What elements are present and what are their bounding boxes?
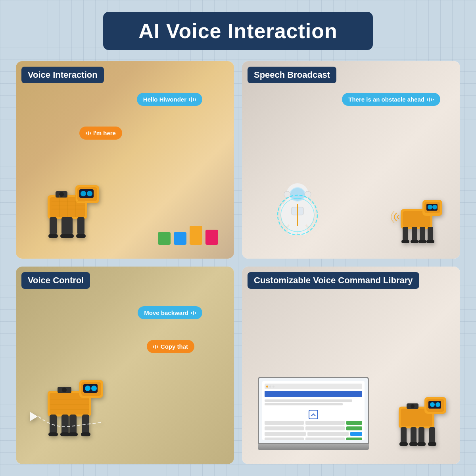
bubble-hello: Hello Hiwonder [137,93,202,106]
svg-rect-61 [69,415,77,434]
laptop-mockup [258,377,369,456]
svg-rect-44 [403,227,408,241]
screen-row-2 [265,426,362,430]
feature-grid: Voice Interaction [16,61,460,464]
cell-11 [305,438,345,440]
cell-10 [265,438,304,440]
svg-point-16 [59,192,64,197]
tab-dot-1 [266,386,268,388]
speech-broadcast-card: Speech Broadcast [242,61,460,259]
tab-dot-2 [269,386,271,388]
screen-header [265,384,362,389]
svg-rect-85 [409,442,418,446]
sound-wave-icon-5 [153,345,158,349]
customizable-card: Customizable Voice Command Library [242,267,460,464]
bubble-im-here: I'm here [79,127,122,140]
svg-rect-82 [418,427,424,444]
astronaut-svg [274,179,321,235]
upload-icon [309,410,318,419]
svg-rect-60 [61,415,69,434]
astronaut-figure [274,179,321,235]
bubble-copy-that: Copy that [147,340,194,353]
cell-1 [265,421,304,425]
card-label-speech-broadcast: Speech Broadcast [248,67,336,83]
svg-rect-84 [399,442,408,446]
card-label-voice-control: Voice Control [21,272,90,289]
svg-rect-80 [401,427,407,444]
svg-rect-14 [76,234,86,238]
card-background-2: Speech Broadcast [242,61,460,259]
svg-rect-10 [77,217,84,235]
card-label-voice-interaction: Voice Interaction [21,67,104,83]
robot-dog-1 [24,167,111,247]
card-background-4: Customizable Voice Command Library [242,267,460,464]
svg-rect-46 [420,227,425,241]
svg-rect-87 [428,442,436,446]
svg-point-27 [284,191,290,198]
svg-rect-83 [429,427,435,444]
voice-control-card: Voice Control [16,267,234,464]
sound-wave-icon-3 [427,98,434,102]
cell-3 [346,421,362,425]
cell-6 [346,426,362,430]
bubble-obstacle: There is an obstacle ahead [342,93,440,106]
svg-rect-47 [428,227,433,241]
voice-interaction-card: Voice Interaction [16,61,234,259]
screen-text-1 [265,399,352,402]
title-banner: AI Voice Interaction [103,12,373,50]
svg-rect-48 [401,240,409,243]
svg-point-5 [81,191,86,196]
cell-7 [265,432,306,436]
cell-2 [305,421,345,425]
svg-point-79 [436,402,440,407]
sound-wave-icon [189,97,196,102]
page-title: AI Voice Interaction [138,19,338,42]
svg-rect-49 [411,240,418,243]
svg-point-42 [428,205,432,209]
cell-4 [265,426,304,430]
robot-dog-4 [381,383,452,454]
svg-rect-59 [50,415,57,434]
upload-area [265,410,362,419]
svg-rect-65 [68,432,78,436]
upload-arrow [311,413,315,418]
card-label-customizable: Customizable Voice Command Library [248,272,419,289]
robot-dog-3 [22,365,117,444]
card-background: Voice Interaction [16,61,234,259]
svg-rect-11 [48,234,58,238]
card-background-3: Voice Control [16,267,234,464]
screen-row-3 [265,432,362,436]
svg-point-6 [87,191,92,196]
decorative-blocks [158,226,218,245]
cell-5 [305,426,345,430]
cell-12 [346,438,362,440]
screen-row-1 [265,421,362,425]
svg-point-58 [91,386,97,391]
svg-rect-9 [65,217,73,235]
svg-rect-86 [417,442,426,446]
laptop-screen [258,377,369,444]
cell-8 [307,432,349,436]
screen-text-2 [265,403,343,405]
laptop-base [258,444,369,450]
svg-rect-50 [418,240,426,243]
svg-point-78 [430,402,435,407]
svg-rect-66 [81,432,90,436]
robot-dog-2 [381,187,452,251]
cell-9 [350,432,362,436]
svg-rect-63 [48,432,58,436]
svg-marker-72 [30,412,38,421]
svg-point-57 [85,386,90,391]
screen-row-4 [265,438,362,440]
svg-rect-7 [50,217,57,235]
svg-point-43 [432,205,437,209]
svg-rect-13 [64,234,74,238]
screen-content [262,381,365,440]
screen-title-bar [265,391,362,397]
bubble-move-backward: Move backward [138,306,202,319]
svg-point-89 [411,404,415,408]
sound-wave-icon-2 [86,131,91,135]
svg-rect-45 [412,227,417,241]
screen-spacer [265,407,362,408]
sound-wave-icon-4 [191,311,196,315]
